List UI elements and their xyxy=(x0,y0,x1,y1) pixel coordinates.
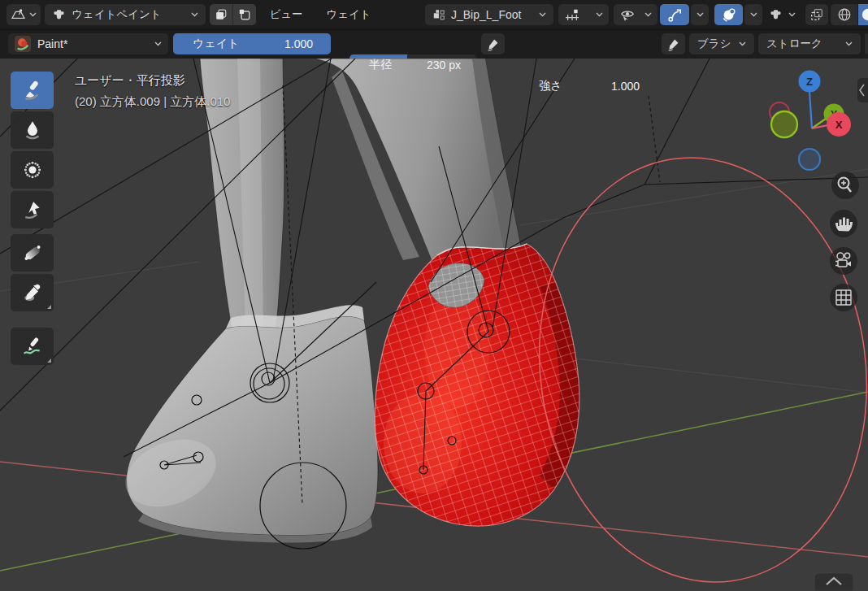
chevron-down-icon xyxy=(154,41,162,46)
stroke-popover[interactable]: ストローク xyxy=(758,33,861,54)
chevron-down-icon xyxy=(191,12,198,17)
face-mask-toggle[interactable] xyxy=(210,4,233,25)
weight-paint-options-popover[interactable] xyxy=(765,4,800,25)
mode-label: ウェイトペイント xyxy=(72,7,162,22)
ortho-toggle-button[interactable] xyxy=(830,284,857,311)
sidebar-toggle-tab[interactable] xyxy=(857,78,868,102)
draw-brush-icon xyxy=(22,80,43,101)
tool-annotate[interactable] xyxy=(11,328,54,365)
menu-view[interactable]: ビュー xyxy=(265,4,307,25)
vertex-group-icon xyxy=(432,8,445,21)
blender-weight-paint-screen: { "colors": { "accent_blue": "#4772b3", … xyxy=(0,0,868,591)
editor-3d-viewport-icon xyxy=(11,8,25,21)
weight-paint-mode-icon xyxy=(52,8,66,22)
tool-settings-bar: Paint* ウェイト 1.000 半径 230 px 強さ 1.000 ブラシ… xyxy=(0,29,868,59)
brush-popover[interactable]: ブラシ xyxy=(689,33,754,54)
chevron-down-icon xyxy=(697,12,704,17)
eye-select-icon xyxy=(619,8,636,22)
smear-icon xyxy=(22,199,43,220)
shading-solid-button[interactable] xyxy=(858,4,868,25)
gizmo-neg-y-ball[interactable] xyxy=(771,111,797,137)
gizmo-x-ball[interactable]: X xyxy=(827,112,851,137)
pan-button[interactable] xyxy=(830,210,857,237)
strength-value: 1.000 xyxy=(611,80,640,93)
tool-smear[interactable] xyxy=(11,191,54,228)
average-icon xyxy=(22,159,43,180)
tool-gradient[interactable] xyxy=(11,234,54,272)
brush-name: Paint* xyxy=(37,37,67,50)
vertex-group-dropdown[interactable]: J_Bip_L_Foot xyxy=(425,4,553,25)
radius-value: 230 px xyxy=(427,59,461,72)
shading-wireframe-button[interactable] xyxy=(831,4,857,25)
weight-slider[interactable]: ウェイト 1.000 xyxy=(173,33,331,54)
chevron-down-icon xyxy=(644,12,652,17)
chevron-down-icon xyxy=(750,12,757,17)
sphere-rotate-icon xyxy=(721,7,736,23)
tool-draw-brush[interactable] xyxy=(11,72,54,109)
gizmo-z-ball[interactable]: Z xyxy=(799,71,821,93)
mode-dropdown[interactable]: ウェイトペイント xyxy=(45,4,206,25)
arc-arrow-options-dropdown[interactable] xyxy=(691,4,709,25)
radius-pressure-toggle[interactable] xyxy=(481,33,505,54)
viewport-header: ウェイトペイント ビュー ウェイト J_Bip_L_Foot xyxy=(0,0,868,29)
editor-type-button[interactable] xyxy=(7,4,41,25)
gradient-icon xyxy=(22,242,43,263)
brush-falloff-popover[interactable] xyxy=(558,4,609,25)
visibility-popover[interactable] xyxy=(614,4,658,25)
brush-falloff-icon xyxy=(564,8,580,21)
menu-weight[interactable]: ウェイト xyxy=(319,4,378,25)
chevron-down-icon xyxy=(29,12,37,17)
svg-text:X: X xyxy=(835,119,843,131)
vertex-group-label: J_Bip_L_Foot xyxy=(451,8,521,21)
chevron-down-icon xyxy=(739,41,746,46)
expand-timeline-button[interactable] xyxy=(814,573,853,591)
weight-value: 1.000 xyxy=(284,37,313,50)
clipped-popover[interactable] xyxy=(865,33,868,54)
brush-selector[interactable]: Paint* xyxy=(8,33,168,54)
chevron-down-icon xyxy=(788,12,796,17)
weight-paint-icon xyxy=(769,8,783,22)
strength-pressure-toggle[interactable] xyxy=(662,33,685,54)
stylus-pressure-icon xyxy=(666,37,680,51)
toggle-sphere-rotate[interactable] xyxy=(714,4,743,25)
subtool-indicator xyxy=(47,359,51,363)
svg-text:Z: Z xyxy=(806,76,813,88)
chevron-down-icon xyxy=(539,12,546,17)
chevron-down-icon xyxy=(845,41,853,46)
viewport-area: Z Y X xyxy=(0,59,868,591)
sample-weight-eyedropper-icon xyxy=(22,282,43,303)
annotate-icon xyxy=(22,336,43,357)
arc-arrow-icon xyxy=(667,7,683,23)
camera-view-button[interactable] xyxy=(830,247,857,275)
viewport-canvas[interactable]: Z Y X xyxy=(0,59,868,591)
solid-sphere-icon xyxy=(861,7,868,22)
toggle-arc-arrow[interactable] xyxy=(660,4,689,25)
zoom-button[interactable] xyxy=(831,172,859,199)
tool-blur[interactable] xyxy=(11,111,54,149)
paint-mask-toggles xyxy=(210,4,256,25)
sphere-rotate-options-dropdown[interactable] xyxy=(744,4,762,25)
blur-droplet-icon xyxy=(22,120,43,141)
brush-preview-icon xyxy=(15,36,31,52)
stylus-pressure-icon xyxy=(486,37,500,51)
xray-toggle[interactable] xyxy=(805,4,828,25)
tool-average[interactable] xyxy=(11,151,54,189)
gizmo-neg-z-ball[interactable] xyxy=(799,149,820,170)
tool-sample-weight[interactable] xyxy=(11,274,54,311)
subtool-indicator xyxy=(47,305,51,309)
xray-icon xyxy=(809,7,824,22)
wireframe-globe-icon xyxy=(837,7,852,22)
chevron-down-icon xyxy=(596,12,603,17)
vertex-mask-toggle[interactable] xyxy=(233,4,256,25)
